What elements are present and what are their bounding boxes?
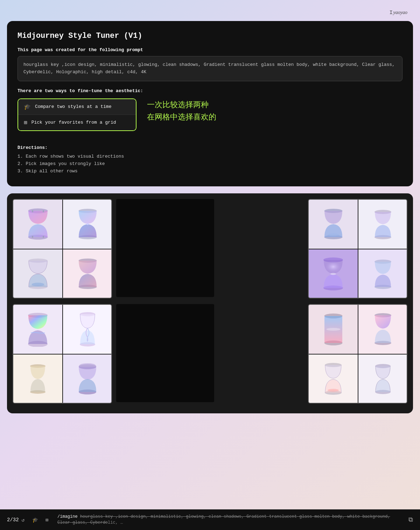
hourglass-color-1	[24, 312, 52, 347]
prompt-command: /imagine	[57, 514, 78, 519]
grid-cell-2-2[interactable]	[63, 305, 112, 354]
right-hourglass-4	[371, 258, 395, 290]
brand-header: 𝙸yaoyao	[7, 7, 413, 18]
right-cell-1-2[interactable]	[358, 200, 407, 249]
grid-cell-2-3[interactable]	[13, 355, 62, 404]
svg-rect-2	[32, 210, 33, 212]
right-cell-1-1[interactable]	[309, 200, 358, 249]
black-placeholder-1	[116, 199, 214, 297]
grid-cell-2-1[interactable]	[13, 305, 62, 354]
svg-point-40	[328, 389, 339, 392]
right-quad-2[interactable]	[308, 304, 407, 404]
card-title: Midjourney Style Tuner (V1)	[18, 32, 402, 40]
bottom-prompt: /imagine hourglass key ,icon design, min…	[57, 514, 403, 526]
right-cell-2-1[interactable]	[309, 305, 358, 354]
right-cell-2-3[interactable]	[309, 355, 358, 404]
grid-option[interactable]: ⊞ Pick your favorites from a grid	[18, 115, 136, 130]
svg-point-35	[326, 328, 340, 331]
compare-label: Compare two styles at a time	[35, 104, 111, 109]
svg-point-21	[330, 273, 336, 275]
grid-cell-1-1[interactable]	[13, 200, 62, 249]
prompt-label: This page was created for the following …	[18, 47, 402, 53]
chinese-annotation: 一次比较选择两种 在网格中选择喜欢的	[147, 98, 216, 123]
brand-icon: 𝙸	[389, 10, 393, 15]
hourglass-svg-2	[75, 207, 101, 241]
copy-button[interactable]: ⧉	[408, 516, 413, 523]
svg-point-11	[31, 283, 44, 286]
chinese-line-2: 在网格中选择喜欢的	[147, 111, 216, 123]
right2-hg1	[320, 312, 346, 346]
right2-hg3	[321, 362, 345, 395]
brand-name: yaoyao	[393, 10, 407, 15]
right-hourglass-1	[320, 207, 346, 241]
hourglass-swirl	[75, 310, 100, 349]
hourglass-svg-3	[25, 257, 51, 290]
left-quad-2[interactable]	[13, 304, 112, 404]
directions-label: Directions:	[18, 145, 402, 150]
compare-icon: 🎓	[24, 103, 31, 110]
page-counter: 2/32 ↺	[7, 517, 24, 523]
hourglass-flat	[27, 363, 49, 395]
svg-rect-4	[32, 236, 33, 238]
image-section	[7, 193, 413, 413]
right-section-2	[308, 304, 407, 404]
right-section-1	[308, 199, 407, 298]
right-cell-2-4[interactable]	[358, 355, 407, 404]
right-cell-1-3[interactable]	[309, 249, 358, 298]
bottom-bar: 2/32 ↺ 🎓 ⊞ /imagine hourglass key ,icon …	[0, 509, 420, 530]
mode-icons: 🎓 ⊞	[30, 515, 52, 525]
compare-option[interactable]: 🎓 Compare two styles at a time	[18, 99, 136, 115]
refresh-button[interactable]: ↺	[22, 517, 24, 523]
page-number: 2/32	[7, 517, 19, 523]
prompt-text-end: lic, …	[108, 520, 123, 525]
options-row: 🎓 Compare two styles at a time ⊞ Pick yo…	[18, 98, 402, 138]
main-card: Midjourney Style Tuner (V1) This page wa…	[7, 21, 413, 186]
right2-hg4	[372, 363, 394, 395]
grid-cell-1-2[interactable]	[63, 200, 112, 249]
right-quad-1[interactable]	[308, 199, 407, 298]
options-box: 🎓 Compare two styles at a time ⊞ Pick yo…	[18, 98, 136, 131]
grid-cell-2-4[interactable]	[63, 355, 112, 404]
right-hourglass-3	[319, 256, 347, 291]
fine-tune-label: There are two ways to fine-tune the aest…	[18, 88, 402, 94]
svg-point-16	[328, 233, 339, 236]
svg-point-8	[86, 223, 89, 225]
image-row-1	[13, 199, 407, 298]
grid-icon: ⊞	[24, 119, 27, 126]
right2-hg2	[371, 312, 395, 346]
svg-rect-3	[43, 210, 44, 212]
hourglass-svg-1	[25, 207, 51, 241]
direction-2: 2. Pick images you strongly like	[18, 161, 402, 166]
hourglass-dome	[75, 363, 100, 395]
prompt-text-strikethrough: hourglass key ,icon design, minimalistic…	[57, 514, 390, 525]
grid-cell-1-3[interactable]	[13, 249, 62, 298]
grid-label: Pick your favorites from a grid	[31, 120, 116, 125]
direction-1: 1. Each row shows two visual directions	[18, 154, 402, 159]
svg-rect-5	[43, 236, 44, 238]
left-quad-1[interactable]	[13, 199, 112, 298]
chinese-line-1: 一次比较选择两种	[147, 98, 216, 111]
right-cell-2-2[interactable]	[358, 305, 407, 354]
black-placeholder-2	[116, 304, 214, 402]
right-hourglass-2	[371, 208, 395, 240]
image-row-2	[13, 304, 407, 404]
compare-mode-button[interactable]: 🎓	[30, 515, 40, 525]
direction-3: 3. Skip all other rows	[18, 168, 402, 174]
directions-list: 1. Each row shows two visual directions …	[18, 154, 402, 174]
prompt-box: hourglass key ,icon design, minimalistic…	[18, 56, 402, 81]
grid-cell-1-4[interactable]	[63, 249, 112, 298]
hourglass-svg-4	[75, 257, 101, 290]
grid-mode-button[interactable]: ⊞	[42, 515, 52, 525]
right-cell-1-4[interactable]	[358, 249, 407, 298]
